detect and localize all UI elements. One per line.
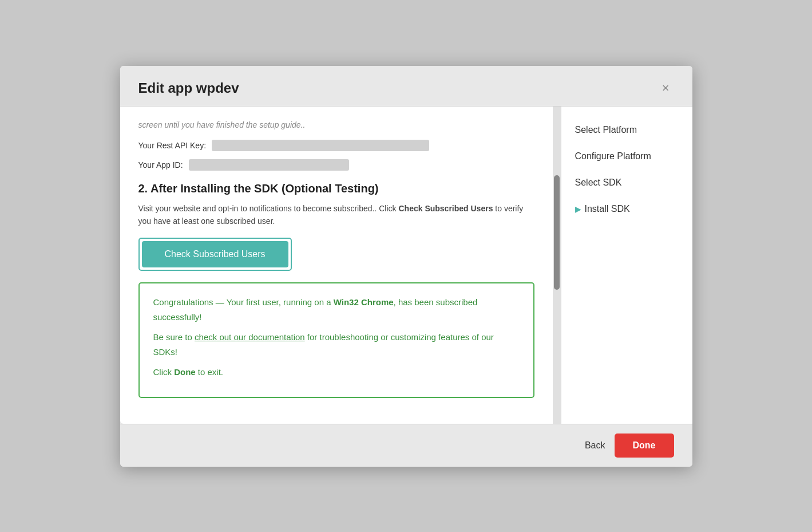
check-btn-wrapper: Check Subscribed Users	[138, 238, 292, 271]
success-line3-suffix: to exit.	[196, 367, 223, 377]
sidebar-item-select-sdk[interactable]: Select SDK	[575, 178, 679, 188]
app-id-value	[189, 159, 349, 171]
success-line3-prefix: Click	[153, 367, 175, 377]
sidebar-item-label: Select SDK	[575, 178, 622, 188]
modal-footer: Back Done	[120, 424, 692, 467]
modal-title: Edit app wpdev	[138, 80, 239, 96]
modal-body: screen until you have finished the setup…	[120, 107, 692, 424]
modal: Edit app wpdev × screen until you have f…	[120, 66, 692, 467]
close-button[interactable]: ×	[657, 80, 674, 97]
sidebar-item-label: Install SDK	[585, 204, 630, 214]
app-id-label: Your App ID:	[138, 160, 183, 170]
section2-heading: 2. After Installing the SDK (Optional Te…	[138, 182, 534, 195]
done-button[interactable]: Done	[615, 434, 674, 458]
api-key-field: Your Rest API Key:	[138, 140, 534, 151]
sidebar-item-configure-platform[interactable]: Configure Platform	[575, 151, 679, 161]
section2-text-content: Visit your website and opt-in to notific…	[138, 204, 524, 226]
arrow-icon: ▶	[575, 204, 581, 214]
section2-text: Visit your website and opt-in to notific…	[138, 202, 534, 228]
scrollbar-track[interactable]	[553, 107, 561, 424]
success-box: Congratulations — Your first user, runni…	[138, 282, 534, 398]
sidebar-item-select-platform[interactable]: Select Platform	[575, 125, 679, 135]
main-content: screen until you have finished the setup…	[120, 107, 553, 424]
api-key-label: Your Rest API Key:	[138, 141, 207, 150]
success-text-3: Click Done to exit.	[153, 365, 520, 380]
modal-header: Edit app wpdev ×	[120, 66, 692, 107]
success-text-2: Be sure to check out our documentation f…	[153, 330, 520, 359]
check-subscribed-users-button[interactable]: Check Subscribed Users	[142, 241, 288, 267]
truncated-text: screen until you have finished the setup…	[138, 120, 534, 129]
sidebar-item-label: Configure Platform	[575, 151, 651, 161]
sidebar: Select Platform Configure Platform Selec…	[561, 107, 692, 424]
success-done-word: Done	[174, 367, 196, 377]
api-key-value	[212, 140, 429, 151]
back-button[interactable]: Back	[585, 440, 605, 451]
success-text-1: Congratulations — Your first user, runni…	[153, 295, 520, 324]
documentation-link[interactable]: check out our documentation	[195, 332, 305, 342]
sidebar-item-label: Select Platform	[575, 125, 637, 135]
success-platform: Win32 Chrome	[334, 297, 394, 307]
scrollbar-thumb[interactable]	[554, 175, 560, 290]
sidebar-item-install-sdk[interactable]: ▶ Install SDK	[575, 204, 679, 214]
app-id-field: Your App ID:	[138, 159, 534, 171]
success-line1-prefix: Congratulations — Your first user, runni…	[153, 297, 334, 307]
success-line2-prefix: Be sure to	[153, 332, 195, 342]
